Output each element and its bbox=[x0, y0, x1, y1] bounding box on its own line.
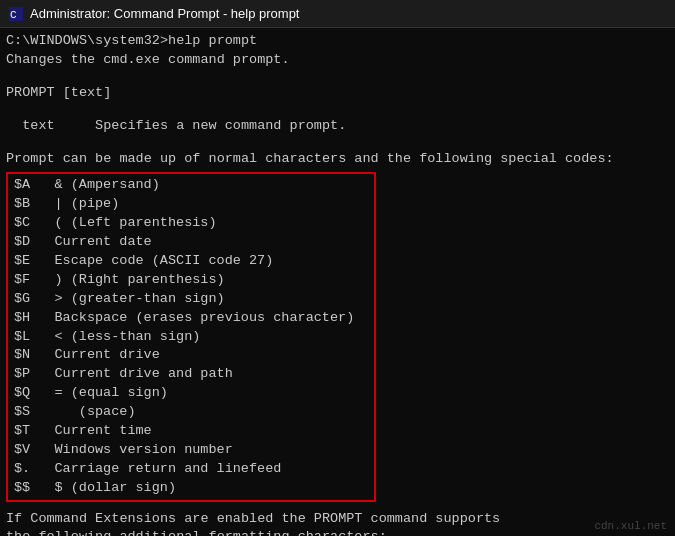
code-row-15: $. Carriage return and linefeed bbox=[14, 460, 368, 479]
footer-section: If Command Extensions are enabled the PR… bbox=[6, 510, 669, 536]
cmd-line-1: C:\WINDOWS\system32>help prompt bbox=[6, 32, 669, 51]
code-row-0: $A & (Ampersand) bbox=[14, 176, 368, 195]
watermark: cdn.xul.net bbox=[594, 520, 667, 532]
title-bar: C Administrator: Command Prompt - help p… bbox=[0, 0, 675, 28]
empty-line-1 bbox=[6, 70, 669, 84]
code-row-7: $H Backspace (erases previous character) bbox=[14, 309, 368, 328]
code-row-16: $$ $ (dollar sign) bbox=[14, 479, 368, 498]
code-row-1: $B | (pipe) bbox=[14, 195, 368, 214]
cmd-line-5: Prompt can be made up of normal characte… bbox=[6, 150, 669, 169]
code-row-12: $S (space) bbox=[14, 403, 368, 422]
cmd-line-3: PROMPT [text] bbox=[6, 84, 669, 103]
code-row-5: $F ) (Right parenthesis) bbox=[14, 271, 368, 290]
code-row-2: $C ( (Left parenthesis) bbox=[14, 214, 368, 233]
empty-line-3 bbox=[6, 136, 669, 150]
code-row-3: $D Current date bbox=[14, 233, 368, 252]
cmd-icon: C bbox=[8, 6, 24, 22]
title-bar-text: Administrator: Command Prompt - help pro… bbox=[30, 6, 299, 21]
empty-line-2 bbox=[6, 103, 669, 117]
footer-line-0: If Command Extensions are enabled the PR… bbox=[6, 510, 669, 529]
cmd-line-4: text Specifies a new command prompt. bbox=[6, 117, 669, 136]
cmd-line-2: Changes the cmd.exe command prompt. bbox=[6, 51, 669, 70]
code-row-10: $P Current drive and path bbox=[14, 365, 368, 384]
code-row-4: $E Escape code (ASCII code 27) bbox=[14, 252, 368, 271]
code-row-6: $G > (greater-than sign) bbox=[14, 290, 368, 309]
code-row-8: $L < (less-than sign) bbox=[14, 328, 368, 347]
code-table-box: $A & (Ampersand) $B | (pipe) $C ( (Left … bbox=[6, 172, 376, 501]
code-row-14: $V Windows version number bbox=[14, 441, 368, 460]
svg-text:C: C bbox=[10, 9, 17, 21]
code-row-13: $T Current time bbox=[14, 422, 368, 441]
code-row-11: $Q = (equal sign) bbox=[14, 384, 368, 403]
code-row-9: $N Current drive bbox=[14, 346, 368, 365]
terminal-body: C:\WINDOWS\system32>help prompt Changes … bbox=[0, 28, 675, 536]
footer-line-1: the following additional formatting char… bbox=[6, 528, 669, 536]
